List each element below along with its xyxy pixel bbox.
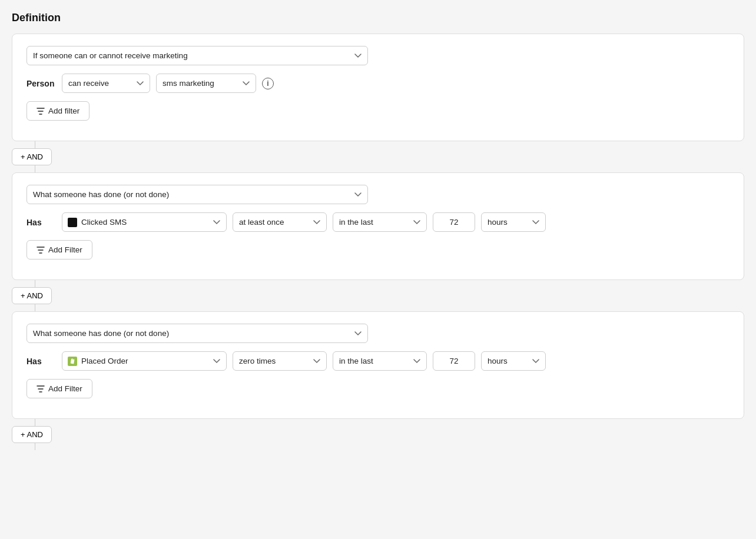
add-filter-button-1[interactable]: Add filter xyxy=(26,101,89,121)
marketing-type-select[interactable]: sms marketing email marketing xyxy=(156,74,256,93)
and-button-1[interactable]: + AND xyxy=(12,148,52,165)
condition-block-3: What someone has done (or not done) Has … xyxy=(12,311,744,419)
condition-type-select-1[interactable]: If someone can or cannot receive marketi… xyxy=(26,46,368,65)
number-input-2[interactable] xyxy=(433,212,475,232)
frequency-select-3[interactable]: zero times at least once exactly at leas… xyxy=(233,351,327,371)
event-select-3[interactable]: Placed Order Clicked SMS Opened Email xyxy=(62,351,227,371)
unit-select-2[interactable]: hours days weeks xyxy=(481,212,546,232)
add-filter-button-2[interactable]: Add Filter xyxy=(26,240,92,259)
has-label-3: Has xyxy=(26,357,56,366)
filter-icon-2 xyxy=(37,246,45,254)
filter-icon-1 xyxy=(37,107,45,115)
unit-select-3[interactable]: hours days weeks xyxy=(481,351,546,371)
filter-icon-3 xyxy=(37,385,45,393)
info-icon[interactable]: i xyxy=(262,78,274,89)
connector-3: + AND xyxy=(12,419,744,450)
timeframe-select-3[interactable]: in the last before after between xyxy=(333,351,427,371)
condition-type-select-3[interactable]: What someone has done (or not done) xyxy=(26,324,368,343)
page-title: Definition xyxy=(12,12,744,24)
frequency-select-2[interactable]: at least once zero times exactly at leas… xyxy=(233,212,327,232)
and-button-3[interactable]: + AND xyxy=(12,426,52,443)
connector-2: + AND xyxy=(12,280,744,311)
timeframe-select-2[interactable]: in the last before after between xyxy=(333,212,427,232)
person-label: Person xyxy=(26,79,56,88)
condition-type-select-2[interactable]: What someone has done (or not done) xyxy=(26,185,368,204)
number-input-3[interactable] xyxy=(433,351,475,371)
can-receive-select[interactable]: can receive cannot receive xyxy=(62,74,150,93)
has-label-2: Has xyxy=(26,218,56,227)
add-filter-button-3[interactable]: Add Filter xyxy=(26,379,92,398)
event-select-2[interactable]: Clicked SMS Opened Email Placed Order xyxy=(62,212,227,232)
condition-block-1: If someone can or cannot receive marketi… xyxy=(12,34,744,141)
and-button-2[interactable]: + AND xyxy=(12,287,52,304)
connector-1: + AND xyxy=(12,141,744,172)
condition-block-2: What someone has done (or not done) Has … xyxy=(12,172,744,280)
